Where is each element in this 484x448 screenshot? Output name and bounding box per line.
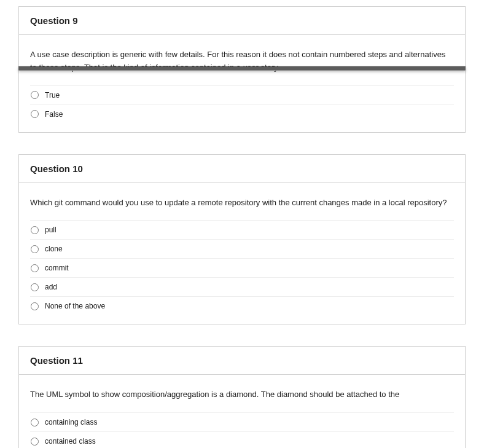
option-radio[interactable] [31, 419, 39, 426]
options-list: TrueFalse [30, 85, 454, 124]
options-list: containing classcontained classfat heade… [30, 412, 454, 448]
option-radio[interactable] [31, 226, 39, 234]
option-row[interactable]: pull [30, 221, 454, 240]
option-label: pull [45, 226, 57, 234]
option-radio[interactable] [31, 264, 39, 272]
option-row[interactable]: add [30, 278, 454, 297]
option-row[interactable]: commit [30, 259, 454, 278]
question-title: Question 9 [30, 15, 454, 26]
option-label: clone [45, 245, 63, 253]
option-radio[interactable] [31, 245, 39, 253]
question-title: Question 11 [30, 355, 454, 366]
question-title: Question 10 [30, 163, 454, 174]
question-header: Question 9 [19, 7, 465, 35]
option-row[interactable]: clone [30, 240, 454, 259]
option-row[interactable]: True [30, 86, 454, 105]
question-body: A use case description is generic with f… [19, 35, 465, 132]
option-radio[interactable] [31, 438, 39, 446]
question-text: The UML symbol to show composition/aggre… [30, 388, 454, 401]
option-label: commit [45, 264, 69, 272]
option-radio[interactable] [31, 302, 39, 310]
option-label: False [45, 110, 63, 119]
options-list: pullclonecommitaddNone of the above [30, 220, 454, 315]
option-row[interactable]: None of the above [30, 297, 454, 315]
option-label: contained class [45, 437, 96, 446]
question-header: Question 10 [19, 155, 465, 183]
question-block: Question 11The UML symbol to show compos… [18, 346, 466, 448]
question-text: A use case description is generic with f… [30, 49, 454, 74]
question-block: Question 10Which git command would you u… [18, 154, 466, 325]
option-row[interactable]: contained class [30, 432, 454, 448]
option-radio[interactable] [31, 110, 39, 118]
question-text: Which git command would you use to updat… [30, 197, 454, 210]
question-body: The UML symbol to show composition/aggre… [19, 375, 465, 448]
option-label: containing class [45, 418, 97, 426]
option-radio[interactable] [31, 91, 39, 99]
option-row[interactable]: containing class [30, 413, 454, 432]
option-row[interactable]: False [30, 105, 454, 124]
option-label: True [45, 91, 60, 100]
question-body: Which git command would you use to updat… [19, 183, 465, 324]
option-radio[interactable] [31, 283, 39, 291]
option-label: None of the above [45, 302, 105, 310]
question-block: Question 9A use case description is gene… [18, 6, 466, 133]
option-label: add [45, 283, 57, 291]
question-header: Question 11 [19, 347, 465, 375]
